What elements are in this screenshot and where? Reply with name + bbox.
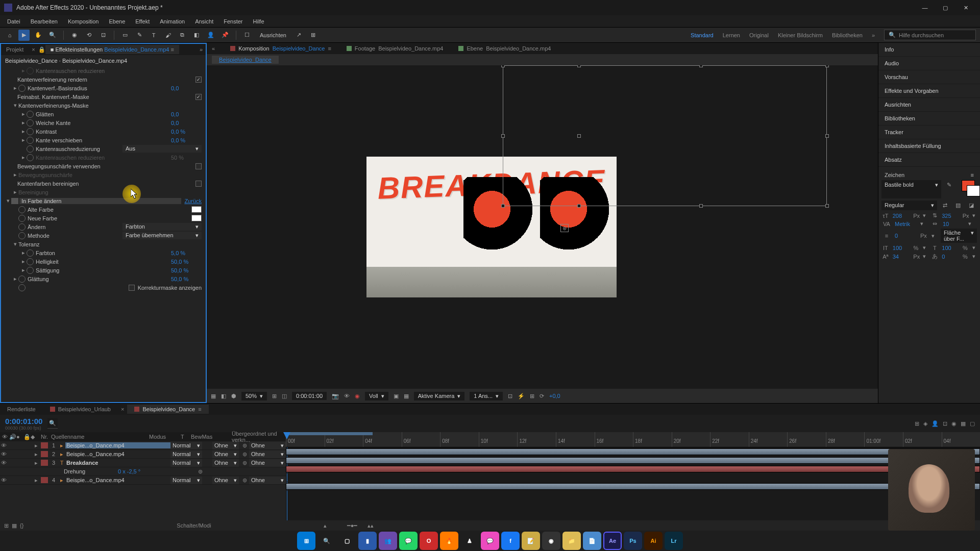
tab-komposition[interactable]: KompositionBeispielvideo_Dance≡ <box>230 45 331 52</box>
layer-expand[interactable]: ▸ <box>33 477 40 484</box>
snap-checkbox[interactable]: ☐ <box>241 30 253 41</box>
layer-parent-pickwhip[interactable]: ⊚ <box>240 442 249 449</box>
exposure-value[interactable]: +0,0 <box>549 393 560 399</box>
app-aftereffects[interactable]: Ae <box>603 532 622 550</box>
layer-name[interactable]: Breakdance <box>65 460 170 466</box>
pixel-aspect-button[interactable]: ⊡ <box>508 393 512 399</box>
expand-infarbe[interactable]: ▾ <box>5 197 11 204</box>
col-parent[interactable]: Übergeordnet und verkn... <box>230 431 286 443</box>
graph-editor-button[interactable]: ▦ <box>961 420 966 427</box>
parent-pickwhip-3[interactable]: ⊚ <box>195 468 205 475</box>
layer-row[interactable]: 👁 ▸ 4 ▸ Beispie...o_Dance.mp4 Normal▾ Oh… <box>0 476 286 485</box>
menu-hilfe[interactable]: Hilfe <box>248 16 270 27</box>
layer-parent-select[interactable]: Ohne▾ <box>249 450 286 458</box>
render-checkbox[interactable] <box>195 77 202 83</box>
korrektur-checkbox[interactable] <box>129 285 135 291</box>
menu-fenster[interactable]: Fenster <box>218 16 248 27</box>
tab-project[interactable]: Projekt <box>1 45 29 54</box>
toggle-brainstorm-icon[interactable]: {} <box>20 522 23 529</box>
pen-tool[interactable]: ✎ <box>134 30 145 41</box>
reset-link[interactable]: Zurück <box>184 198 202 204</box>
no-color-icon[interactable]: ▧ <box>952 201 964 210</box>
menu-ansicht[interactable]: Ansicht <box>190 16 218 27</box>
app-lightroom[interactable]: Lr <box>665 532 683 550</box>
workspace-biblio[interactable]: Bibliotheken <box>832 32 863 38</box>
tab-ebene[interactable]: EbeneBeispielvideo_Dance.mp4 <box>458 45 551 52</box>
layer-expand[interactable]: ▸ <box>33 451 40 458</box>
val-weiche[interactable]: 0,0 <box>171 120 202 126</box>
layer-parent-pickwhip[interactable]: ⊚ <box>240 477 249 484</box>
prop-value[interactable]: 0 x -2,5 ° <box>118 468 169 474</box>
panel-vorschau[interactable]: Vorschau <box>878 70 980 84</box>
ruler-tick[interactable]: 14f <box>556 432 595 447</box>
zoom-tool[interactable]: 🔍 <box>47 30 58 41</box>
eraser-tool[interactable]: ◧ <box>191 30 202 41</box>
menu-animation[interactable]: Animation <box>155 16 190 27</box>
panel-effekte[interactable]: Effekte und Vorgaben <box>878 84 980 98</box>
layer-parent-select[interactable]: Ohne▾ <box>249 442 286 449</box>
snap-options[interactable]: ↗ <box>293 30 305 41</box>
col-t[interactable]: T <box>179 434 189 440</box>
menu-datei[interactable]: Datei <box>2 16 26 27</box>
altefarbe-swatch[interactable] <box>191 206 202 213</box>
brush-tool[interactable]: 🖌 <box>162 30 174 41</box>
layer-parent-pickwhip[interactable]: ⊚ <box>240 451 249 458</box>
mask-button[interactable]: ⬢ <box>231 393 236 399</box>
tab-effect-controls[interactable]: ■ Effekteinstellungen Beispielvideo_Danc… <box>45 45 179 54</box>
schalter-label[interactable]: Schalter/Modi <box>177 522 211 529</box>
stroke-swatch[interactable] <box>967 185 980 196</box>
panel-overflow[interactable]: » <box>197 46 206 53</box>
time-ruler[interactable]: 00f02f04f06f08f10f12f14f16f18f20f22f24f2… <box>286 432 980 447</box>
flowchart-button[interactable]: ⟳ <box>540 393 544 399</box>
draft-3d[interactable]: ◈ <box>923 420 927 427</box>
selection-tool[interactable]: ▶ <box>18 30 30 41</box>
methode-select[interactable]: Farbe übernehmen▾ <box>122 232 202 239</box>
val-glaett[interactable]: 50,0 % <box>171 276 202 282</box>
layer-parent-select[interactable]: Ohne▾ <box>249 477 286 484</box>
toggle-modes-icon[interactable]: ▦ <box>12 522 17 529</box>
puppet-tool[interactable]: 📌 <box>219 30 231 41</box>
layer-visibility[interactable]: 👁 <box>0 442 7 448</box>
minimize-button[interactable]: — <box>915 0 935 15</box>
views-select[interactable]: 1 Ans...▾ <box>470 392 503 400</box>
app-opera[interactable]: O <box>420 532 438 550</box>
kerning-value[interactable]: Metrik <box>895 221 917 227</box>
workspace-standard[interactable]: Standard <box>691 32 714 38</box>
ruler-tick[interactable]: 04f <box>942 432 980 447</box>
rauschreduz-select[interactable]: Aus▾ <box>122 145 202 153</box>
font-style-select[interactable]: Regular▾ <box>881 201 937 210</box>
layer-bewmas-select[interactable]: Ohne▾ <box>212 450 239 458</box>
layer-bewmas-select[interactable]: Ohne▾ <box>212 442 239 449</box>
magnification-select[interactable]: 50%▾ <box>241 392 267 400</box>
panel-fuellung[interactable]: Inhaltsbasierte Füllung <box>878 139 980 153</box>
rect-tool[interactable]: ▭ <box>119 30 131 41</box>
lock-icon[interactable]: 🔒 <box>38 46 45 53</box>
zoom-out-icon[interactable]: ▴ <box>324 522 327 529</box>
brainstorm-button[interactable]: ▢ <box>970 420 975 427</box>
menu-komposition[interactable]: Komposition <box>63 16 104 27</box>
expand-kvm[interactable]: ▾ <box>12 102 18 109</box>
tab-project-close[interactable]: × <box>29 46 38 53</box>
ruler-tick[interactable]: 18f <box>633 432 672 447</box>
ruler-tick[interactable]: 02f <box>903 432 942 447</box>
guides-button[interactable]: ◫ <box>282 393 287 399</box>
tab-urlaub-close[interactable]: × <box>118 406 127 412</box>
val-kontrast[interactable]: 0,0 % <box>171 129 202 135</box>
subtab-dance[interactable]: Beispielvideo_Dance <box>212 56 279 64</box>
col-label-icon[interactable]: ◆ <box>29 434 39 440</box>
ruler-tick[interactable]: 12f <box>517 432 556 447</box>
type-tool[interactable]: T <box>148 30 159 41</box>
maximize-button[interactable]: ▢ <box>935 0 955 15</box>
col-nr[interactable]: Nr. <box>39 434 49 440</box>
ruler-tick[interactable]: 26f <box>787 432 826 447</box>
panel-tracker[interactable]: Tracker <box>878 126 980 139</box>
color-swatches[interactable] <box>957 180 977 198</box>
snapshot-button[interactable]: 📷 <box>332 393 339 399</box>
val-hell[interactable]: 50,0 % <box>171 259 202 265</box>
layer-row[interactable]: 👁 ▸ 3 T Breakdance Normal▾ Ohne▾ ⊚ Ohne▾ <box>0 459 286 467</box>
col-solo-icon[interactable]: ● <box>14 434 21 440</box>
fill-over-stroke[interactable]: Fläche über F...▾ <box>941 229 977 243</box>
default-colors-icon[interactable]: ◪ <box>966 201 977 210</box>
stroke-value[interactable]: 0 <box>895 233 917 239</box>
row-kantenrauschen[interactable]: Kantenrauschen reduzieren <box>36 68 202 74</box>
